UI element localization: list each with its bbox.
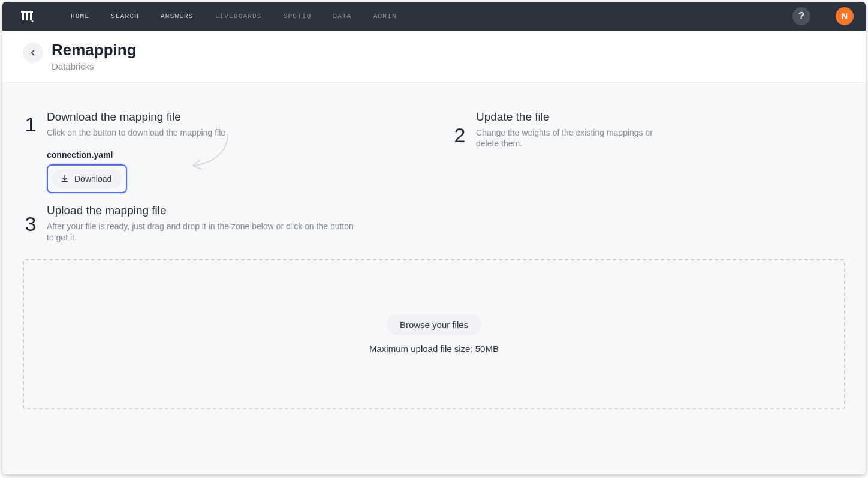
nav-home[interactable]: HOME — [71, 13, 89, 20]
download-icon — [60, 174, 70, 184]
step-2-desc: Change the weights of the existing mappi… — [476, 127, 656, 150]
page-header: Remapping Databricks — [2, 31, 866, 83]
nav-spotiq[interactable]: SPOTIQ — [284, 13, 312, 20]
nav-liveboards[interactable]: LIVEBOARDS — [215, 13, 262, 20]
browse-files-button[interactable]: Browse your files — [387, 314, 481, 335]
top-nav: HOME SEARCH ANSWERS LIVEBOARDS SPOTIQ DA… — [2, 2, 866, 31]
step-3-title: Upload the mapping file — [47, 204, 394, 217]
back-button[interactable] — [23, 43, 43, 63]
nav-admin[interactable]: ADMIN — [373, 13, 397, 20]
main-content: 1 Download the mapping file Click on the… — [2, 83, 866, 474]
step-1-number: 1 — [23, 114, 38, 134]
user-avatar[interactable]: N — [836, 7, 854, 25]
download-file-block: connection.yaml Download — [47, 150, 416, 193]
nav-links: HOME SEARCH ANSWERS LIVEBOARDS SPOTIQ DA… — [71, 13, 397, 20]
svg-point-4 — [32, 20, 34, 22]
svg-rect-3 — [21, 11, 33, 13]
step-3-desc: After your file is ready, just drag and … — [47, 221, 358, 243]
nav-data[interactable]: DATA — [333, 13, 351, 20]
download-button-label: Download — [74, 174, 111, 184]
app-logo-icon[interactable] — [19, 8, 35, 24]
help-button[interactable]: ? — [792, 7, 810, 25]
step-1-title: Download the mapping file — [47, 110, 394, 124]
upload-dropzone[interactable]: Browse your files Maximum upload file si… — [23, 259, 845, 409]
page-subtitle: Databricks — [52, 61, 137, 71]
step-3: 3 Upload the mapping file After your fil… — [23, 204, 394, 243]
chevron-left-icon — [29, 49, 37, 56]
step-1: 1 Download the mapping file Click on the… — [23, 110, 394, 139]
step-2-title: Update the file — [476, 110, 824, 124]
step-2-number: 2 — [452, 125, 468, 145]
nav-answers[interactable]: ANSWERS — [161, 13, 194, 20]
max-upload-size: Maximum upload file size: 50MB — [369, 344, 499, 354]
step-3-number: 3 — [23, 214, 38, 234]
nav-search[interactable]: SEARCH — [111, 13, 139, 20]
step-2: 2 Update the file Change the weights of … — [452, 110, 824, 150]
step-1-desc: Click on the button to download the mapp… — [47, 127, 358, 139]
download-button[interactable]: Download — [52, 169, 122, 188]
page-title: Remapping — [52, 41, 137, 59]
download-highlight: Download — [47, 164, 127, 193]
mapping-file-name: connection.yaml — [47, 150, 416, 160]
app-frame: HOME SEARCH ANSWERS LIVEBOARDS SPOTIQ DA… — [2, 2, 866, 474]
